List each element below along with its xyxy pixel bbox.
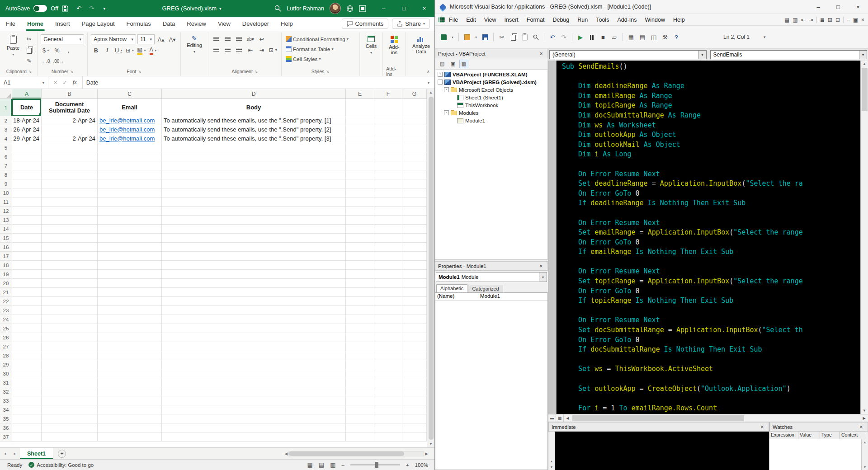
column-header-a[interactable]: A	[12, 89, 42, 99]
email-link[interactable]: be_irie@hotmail.com	[99, 126, 155, 133]
help-button[interactable]: ?	[671, 32, 681, 42]
cell-D19[interactable]	[162, 270, 346, 279]
cell-D16[interactable]	[162, 243, 346, 252]
menu-tools[interactable]: Tools	[592, 14, 613, 25]
toolbar-icon[interactable]: ≣	[820, 17, 825, 23]
code-line-14[interactable]: On Error GoTo 0	[562, 189, 860, 199]
tree-item-thisworkbook[interactable]: ThisWorkbook	[435, 101, 547, 109]
tab-data[interactable]: Data	[157, 17, 181, 31]
cell-G18[interactable]	[402, 261, 427, 270]
cell-styles-button[interactable]: Cell Styles ▾	[285, 54, 356, 64]
toolbar-icon[interactable]: ⊟	[835, 17, 840, 23]
align-right-button[interactable]	[234, 45, 244, 55]
column-header-b[interactable]: B	[42, 89, 98, 99]
email-link[interactable]: be_irie@hotmail.com	[99, 117, 155, 124]
module-close-icon[interactable]: ×	[861, 17, 864, 23]
expand-icon[interactable]: +	[438, 72, 443, 77]
cell-C14[interactable]	[98, 225, 162, 234]
wrap-text-button[interactable]: ↩	[257, 34, 267, 44]
cell-C6[interactable]	[98, 152, 162, 161]
cell-E5[interactable]	[346, 143, 374, 152]
code-line-15[interactable]: If deadlineRange Is Nothing Then Exit Su…	[562, 198, 860, 208]
new-sheet-button[interactable]: +	[58, 450, 66, 458]
cell-G23[interactable]	[402, 306, 427, 315]
cell-B24[interactable]	[42, 315, 98, 324]
page-break-view-icon[interactable]: ▥	[330, 461, 335, 468]
cell-C1[interactable]: Email	[98, 99, 162, 116]
cell-C7[interactable]	[98, 161, 162, 170]
cell-E2[interactable]	[346, 116, 374, 125]
cell-F10[interactable]	[374, 188, 402, 197]
toolbox-button[interactable]: ⚒	[660, 32, 670, 42]
paste-button[interactable]: Paste ▾	[4, 34, 22, 59]
cell-C3[interactable]: be_irie@hotmail.com	[98, 125, 162, 134]
cell-F11[interactable]	[374, 197, 402, 207]
cell-F9[interactable]	[374, 179, 402, 188]
menu-view[interactable]: View	[480, 14, 500, 25]
menu-add-ins[interactable]: Add-Ins	[613, 14, 641, 25]
cell-A8[interactable]	[12, 170, 42, 179]
cell-G30[interactable]	[402, 369, 427, 378]
zoom-slider[interactable]	[350, 464, 400, 465]
code-line-20[interactable]: If emailRange Is Nothing Then Exit Sub	[562, 247, 860, 257]
cell-G22[interactable]	[402, 297, 427, 306]
row-header-4[interactable]: 4	[0, 134, 12, 143]
percent-style-button[interactable]: %	[52, 46, 62, 55]
cell-C37[interactable]	[98, 432, 162, 442]
cell-A3[interactable]: 26-Apr-24	[12, 125, 42, 134]
object-dropdown[interactable]: (General) ▾	[549, 50, 707, 59]
cell-B6[interactable]	[42, 152, 98, 161]
code-line-7[interactable]: Dim ws As Worksheet	[562, 121, 860, 131]
cell-B20[interactable]	[42, 279, 98, 288]
menu-run[interactable]: Run	[573, 14, 592, 25]
font-size-combo[interactable]: 11▾	[137, 34, 155, 44]
code-hscroll-thumb[interactable]	[572, 415, 744, 421]
email-link[interactable]: be_irie@hotmail.com	[99, 135, 155, 142]
increase-indent-button[interactable]: ⇥	[257, 45, 267, 55]
cell-G17[interactable]	[402, 252, 427, 261]
module-minimize-icon[interactable]: –	[847, 17, 850, 23]
cell-B8[interactable]	[42, 170, 98, 179]
cell-A33[interactable]	[12, 396, 42, 405]
code-line-9[interactable]: Dim outlookMail As Object	[562, 140, 860, 150]
view-excel-button[interactable]	[439, 32, 448, 42]
cell-A27[interactable]	[12, 342, 42, 351]
cell-A14[interactable]	[12, 225, 42, 234]
view-object-button[interactable]: ▣	[448, 60, 458, 68]
cell-A35[interactable]	[12, 414, 42, 423]
cell-B7[interactable]	[42, 161, 98, 170]
cell-F18[interactable]	[374, 261, 402, 270]
cell-B32[interactable]	[42, 387, 98, 396]
immediate-scrollbar[interactable]: ▲ ▼	[548, 432, 555, 470]
module-window-icon[interactable]	[439, 17, 445, 23]
cell-G4[interactable]	[402, 134, 427, 143]
insert-object-button[interactable]	[462, 32, 472, 42]
cell-F36[interactable]	[374, 423, 402, 432]
watches-close-icon[interactable]: ×	[858, 424, 865, 430]
cell-A37[interactable]	[12, 432, 42, 442]
cell-B27[interactable]	[42, 342, 98, 351]
cell-D17[interactable]	[162, 252, 346, 261]
cell-G34[interactable]	[402, 405, 427, 414]
cell-G3[interactable]	[402, 125, 427, 134]
row-header-17[interactable]: 17	[0, 252, 12, 261]
cell-G25[interactable]	[402, 324, 427, 333]
cell-C16[interactable]	[98, 243, 162, 252]
code-line-27[interactable]: On Error Resume Next	[562, 315, 860, 325]
cell-F12[interactable]	[374, 207, 402, 216]
cell-A34[interactable]	[12, 405, 42, 414]
cell-B31[interactable]	[42, 378, 98, 387]
sheet-nav-right-icon[interactable]: ▸	[10, 448, 20, 459]
accounting-format-button[interactable]: $ ▾	[41, 46, 51, 55]
cell-D14[interactable]	[162, 225, 346, 234]
cell-F3[interactable]	[374, 125, 402, 134]
cell-C36[interactable]	[98, 423, 162, 432]
conditional-formatting-button[interactable]: Conditional Formatting ▾	[285, 34, 356, 44]
tree-item-vbaproject-greg-solved-xlsm[interactable]: -VBAProject (GREG (Solved).xlsm)	[435, 78, 547, 86]
tree-item-modules[interactable]: -Modules	[435, 109, 547, 117]
tab-insert[interactable]: Insert	[49, 17, 76, 31]
cell-A12[interactable]	[12, 207, 42, 216]
cell-A26[interactable]	[12, 333, 42, 342]
cell-A32[interactable]	[12, 387, 42, 396]
tree-item-module1[interactable]: Module1	[435, 117, 547, 124]
